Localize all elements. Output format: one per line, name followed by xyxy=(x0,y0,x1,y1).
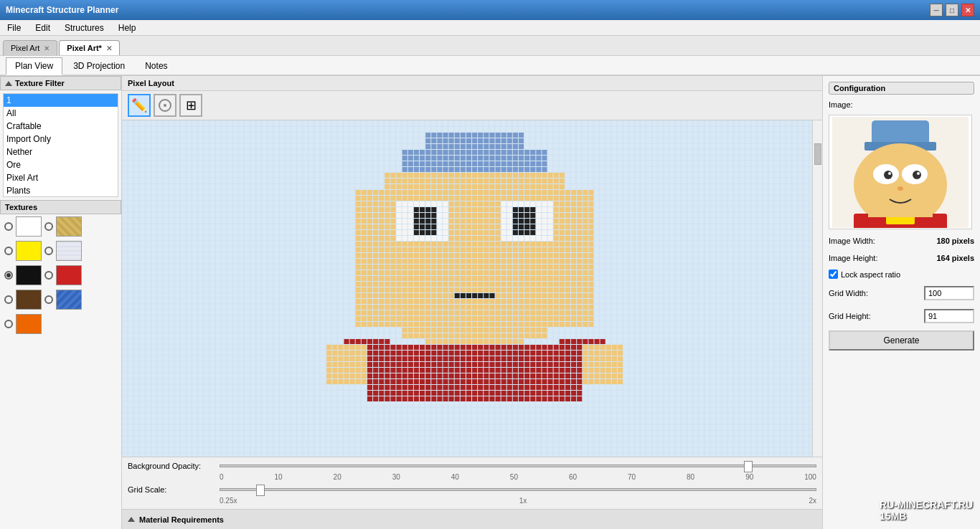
texture-swatch-blue[interactable] xyxy=(56,290,82,310)
svg-rect-3 xyxy=(872,120,929,146)
materials-triangle-icon xyxy=(128,517,135,522)
menu-help[interactable]: Help xyxy=(114,22,141,34)
texture-swatch-white[interactable] xyxy=(16,216,42,237)
lock-aspect-checkbox[interactable] xyxy=(829,270,838,279)
filter-item-ore[interactable]: Ore xyxy=(4,158,118,171)
opacity-thumb[interactable] xyxy=(744,461,753,472)
watermark-line1: RU-MINECRAFT.RU xyxy=(880,499,973,510)
pixel-layout-header: Pixel Layout xyxy=(122,76,822,91)
texture-radio-2b[interactable] xyxy=(44,271,53,280)
vertical-scrollbar[interactable] xyxy=(812,120,822,457)
maximize-button[interactable]: □ xyxy=(946,4,958,16)
texture-row-1 xyxy=(0,239,121,263)
generate-button[interactable]: Generate xyxy=(829,330,974,351)
subtab-notes[interactable]: Notes xyxy=(136,57,176,74)
texture-radio-3b[interactable] xyxy=(44,295,53,304)
titlebar: Minecraft Structure Planner ─ □ ✕ xyxy=(0,0,980,20)
titlebar-controls: ─ □ ✕ xyxy=(930,4,974,16)
menubar: File Edit Structures Help xyxy=(0,20,980,36)
menu-file[interactable]: File xyxy=(3,22,25,34)
grid-height-row: Grid Height: xyxy=(829,309,974,323)
texture-swatch-orange[interactable] xyxy=(16,314,42,334)
tab-close-1[interactable]: ✕ xyxy=(44,44,50,52)
center-panel: Pixel Layout ✏️ ⊞ Background Opacity: xyxy=(122,76,822,529)
subtabbar: Plan View 3D Projection Notes xyxy=(0,56,980,76)
texture-radio-2a[interactable] xyxy=(4,271,13,280)
pencil-tool[interactable]: ✏️ xyxy=(128,94,151,117)
filter-item-all[interactable]: All xyxy=(4,107,118,120)
menu-edit[interactable]: Edit xyxy=(31,22,55,34)
scale-track[interactable] xyxy=(220,488,816,491)
left-panel: Texture Filter 1 All Craftable Import On… xyxy=(0,76,122,529)
image-width-row: Image Width: 180 pixels xyxy=(829,237,974,245)
texture-radio-0a[interactable] xyxy=(4,222,13,231)
texture-row-2 xyxy=(0,263,121,287)
canvas-area[interactable] xyxy=(122,120,822,457)
texture-swatch-tan[interactable] xyxy=(56,216,82,237)
image-label: Image: xyxy=(829,100,974,109)
filter-item-craftable[interactable]: Craftable xyxy=(4,120,118,133)
tab-pixel-art-2[interactable]: Pixel Art* ✕ xyxy=(59,40,120,55)
eraser-tool[interactable] xyxy=(154,94,176,117)
texture-row-0 xyxy=(0,214,121,239)
grid-height-input[interactable] xyxy=(924,309,974,323)
triangle-icon xyxy=(5,81,12,86)
scrollbar-thumb-v[interactable] xyxy=(814,143,821,165)
texture-radio-4a[interactable] xyxy=(4,320,13,328)
svg-point-11 xyxy=(917,172,920,175)
menu-structures[interactable]: Structures xyxy=(60,22,108,34)
svg-point-10 xyxy=(888,172,891,175)
textures-header: Textures xyxy=(0,200,121,214)
main-layout: Texture Filter 1 All Craftable Import On… xyxy=(0,76,980,529)
scale-thumb[interactable] xyxy=(256,485,265,496)
texture-swatch-black[interactable] xyxy=(16,265,42,285)
filter-item-import[interactable]: Import Only xyxy=(4,133,118,146)
opacity-label: Background Opacity: xyxy=(128,462,214,470)
opacity-ticks: 0102030405060708090100 xyxy=(220,473,816,481)
close-button[interactable]: ✕ xyxy=(961,4,974,16)
filter-item-plants[interactable]: Plants xyxy=(4,184,118,197)
svg-point-9 xyxy=(913,171,921,179)
materials-label: Material Requirements xyxy=(139,515,224,524)
texture-radio-1a[interactable] xyxy=(4,247,13,255)
texture-swatch-yellow[interactable] xyxy=(16,241,42,261)
opacity-track[interactable] xyxy=(220,464,816,467)
filter-item-pixelart[interactable]: Pixel Art xyxy=(4,171,118,184)
texture-filter-header: Texture Filter xyxy=(0,76,121,90)
toolbar: ✏️ ⊞ xyxy=(122,91,822,120)
scale-label: Grid Scale: xyxy=(128,485,214,494)
texture-swatch-red[interactable] xyxy=(56,265,82,285)
subtab-plan-view[interactable]: Plan View xyxy=(6,57,62,75)
textures-section xyxy=(0,214,121,529)
filter-item-nether[interactable]: Nether xyxy=(4,146,118,158)
tab-close-2[interactable]: ✕ xyxy=(106,44,112,52)
grid-width-input[interactable] xyxy=(924,286,974,300)
minimize-button[interactable]: ─ xyxy=(930,4,943,16)
cartman-image xyxy=(832,117,969,228)
svg-rect-15 xyxy=(868,206,933,217)
svg-point-8 xyxy=(884,171,892,179)
scale-ticks: 0.25x1x2x xyxy=(220,497,816,505)
subtab-3d-projection[interactable]: 3D Projection xyxy=(64,57,134,74)
config-header: Configuration xyxy=(829,82,974,95)
lock-aspect-label: Lock aspect ratio xyxy=(841,270,900,279)
texture-swatch-brown[interactable] xyxy=(16,290,42,310)
lock-aspect-row: Lock aspect ratio xyxy=(829,270,974,279)
grid-tool[interactable]: ⊞ xyxy=(179,94,202,117)
opacity-slider-row: Background Opacity: xyxy=(128,462,816,470)
filter-item-1[interactable]: 1 xyxy=(4,94,118,107)
tabbar: Pixel Art ✕ Pixel Art* ✕ xyxy=(0,36,980,56)
tab-pixel-art-1[interactable]: Pixel Art ✕ xyxy=(3,40,57,55)
texture-swatch-light[interactable] xyxy=(56,241,82,261)
watermark-line2: 15MB xyxy=(880,510,973,522)
texture-radio-0b[interactable] xyxy=(44,222,53,231)
title-text: Minecraft Structure Planner xyxy=(6,5,118,15)
right-panel: Configuration Image: xyxy=(822,76,980,529)
pixel-canvas[interactable] xyxy=(122,120,822,457)
texture-radio-1b[interactable] xyxy=(44,247,53,255)
texture-radio-3a[interactable] xyxy=(4,295,13,304)
texture-filter-list[interactable]: 1 All Craftable Import Only Nether Ore P… xyxy=(3,93,118,197)
grid-width-row: Grid Width: xyxy=(829,286,974,300)
svg-point-12 xyxy=(897,186,903,191)
grid-height-label: Grid Height: xyxy=(829,312,921,320)
